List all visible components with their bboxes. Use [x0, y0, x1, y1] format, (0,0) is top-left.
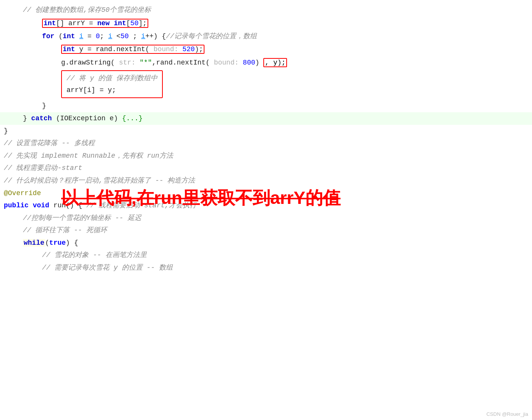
draw-string-partial-redbox: , y); — [263, 58, 287, 67]
comment-yaxis: //控制每一个雪花的Y轴坐标 -- 延迟 — [0, 212, 532, 225]
int-y-redbox: int y = rand.nextInt( bound: 520); — [61, 45, 204, 54]
while-line: while(true) { — [0, 237, 532, 249]
comment-record: // 需要记录每次雪花 y 的位置 -- 数组 — [0, 262, 532, 274]
watermark: CSDN @Rouer_jia — [487, 411, 528, 417]
array-decl-line: int[] arrY = new int[50]; — [0, 16, 532, 30]
catch-line: } catch (IOException e) {...} — [0, 112, 532, 125]
comment-save-y: // 将 y 的值 保存到数组中 — [66, 74, 157, 82]
save-y-block: // 将 y 的值 保存到数组中 arrY[i] = y; — [0, 69, 532, 100]
comment-implement: // 先实现 implement Runnable，先有权 run方法 — [0, 150, 532, 162]
for-loop-line: for (int i = 0; i <50 ; i++) {//记录每个雪花的位… — [0, 30, 532, 43]
class-close-brace: } — [0, 125, 532, 137]
overlay-annotation: 以上代码,在run里获取不到arrY的值 — [61, 186, 341, 210]
comment-snowfall: // 设置雪花降落 -- 多线程 — [0, 137, 532, 150]
draw-string-line: g.drawString( str: "*",rand.nextInt( bou… — [0, 57, 532, 69]
comment-when: // 什么时候启动？程序一启动,雪花就开始落了 -- 构造方法 — [0, 174, 532, 187]
comment-thread-start: // 线程需要启动-start — [0, 162, 532, 174]
comment-loop: // 循环往下落 -- 死循环 — [0, 224, 532, 237]
comment-create-array: // 创建整数的数组,保存50个雪花的坐标 — [0, 4, 532, 16]
int-y-line: int y = rand.nextInt( bound: 520); — [0, 42, 532, 56]
code-area: // 创建整数的数组,保存50个雪花的坐标 int[] arrY = new i… — [0, 0, 532, 278]
comment-snow-obj: // 雪花的对象 -- 在画笔方法里 — [0, 249, 532, 262]
array-decl-redbox: int[] arrY = new int[50]; — [42, 19, 148, 28]
arry-assign: arrY[i] = y; — [66, 86, 116, 94]
comment-create-array-text: // 创建整数的数组,保存50个雪花的坐标 — [23, 6, 151, 14]
for-close-brace: } — [0, 100, 532, 112]
